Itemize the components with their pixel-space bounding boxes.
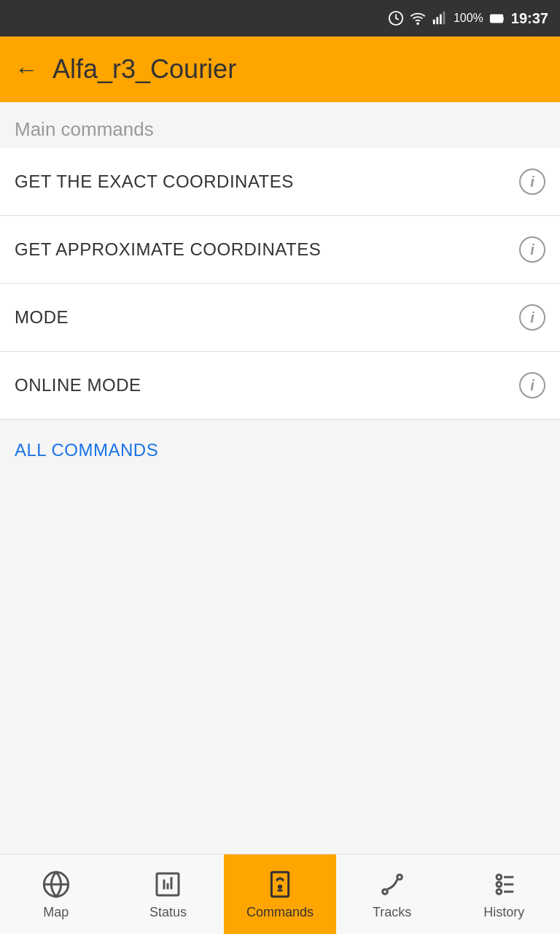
section-label: Main commands: [0, 102, 560, 148]
map-icon: [40, 868, 72, 900]
commands-icon: [264, 868, 296, 900]
history-icon: [488, 868, 520, 900]
back-button[interactable]: ←: [15, 56, 38, 83]
header: ← Alfa_r3_Courier: [0, 36, 560, 102]
nav-label-status: Status: [149, 905, 187, 920]
command-item-exact-coords[interactable]: GET THE EXACT COORDINATES i: [0, 148, 560, 216]
info-icon-online-mode[interactable]: i: [519, 372, 545, 398]
bottom-nav: Map Status Commands: [0, 854, 560, 934]
svg-point-18: [397, 875, 402, 880]
info-icon-exact-coords[interactable]: i: [519, 169, 545, 195]
info-icon-mode[interactable]: i: [519, 304, 545, 331]
nav-item-history[interactable]: History: [448, 854, 560, 934]
nav-label-tracks: Tracks: [373, 905, 411, 920]
svg-point-21: [497, 889, 502, 895]
status-time: 19:37: [511, 10, 548, 27]
nav-item-tracks[interactable]: Tracks: [336, 854, 448, 934]
all-commands-link[interactable]: ALL COMMANDS: [0, 420, 560, 481]
svg-rect-14: [271, 872, 288, 896]
tracks-icon: [376, 868, 408, 900]
nav-item-map[interactable]: Map: [0, 854, 112, 934]
svg-rect-4: [440, 15, 442, 25]
svg-rect-5: [443, 12, 446, 24]
svg-rect-3: [436, 17, 438, 24]
header-title: Alfa_r3_Courier: [52, 54, 236, 85]
svg-rect-2: [433, 20, 435, 24]
svg-point-15: [279, 886, 281, 888]
main-content: Main commands GET THE EXACT COORDINATES …: [0, 102, 560, 854]
status-icon: [152, 868, 184, 900]
nav-label-history: History: [483, 905, 524, 920]
svg-rect-7: [491, 15, 502, 21]
status-bar: 100% 19:37: [0, 0, 560, 36]
command-item-mode[interactable]: MODE i: [0, 284, 560, 352]
battery-percent: 100%: [454, 12, 483, 25]
info-icon-approx-coords[interactable]: i: [519, 236, 545, 263]
command-text-exact-coords: GET THE EXACT COORDINATES: [15, 171, 294, 192]
svg-point-1: [417, 23, 419, 24]
nav-item-commands[interactable]: Commands: [224, 854, 336, 934]
command-list: GET THE EXACT COORDINATES i GET APPROXIM…: [0, 148, 560, 420]
svg-point-19: [497, 875, 502, 880]
nav-label-commands: Commands: [246, 905, 314, 920]
nav-item-status[interactable]: Status: [112, 854, 225, 934]
status-icons: 100% 19:37: [388, 10, 548, 27]
command-text-online-mode: ONLINE MODE: [15, 375, 141, 395]
command-text-approx-coords: GET APPROXIMATE COORDINATES: [15, 239, 321, 260]
svg-point-17: [382, 889, 387, 895]
command-text-mode: MODE: [15, 307, 69, 328]
command-item-online-mode[interactable]: ONLINE MODE i: [0, 352, 560, 420]
command-item-approx-coords[interactable]: GET APPROXIMATE COORDINATES i: [0, 216, 560, 284]
svg-point-20: [497, 882, 502, 887]
nav-label-map: Map: [43, 905, 69, 920]
